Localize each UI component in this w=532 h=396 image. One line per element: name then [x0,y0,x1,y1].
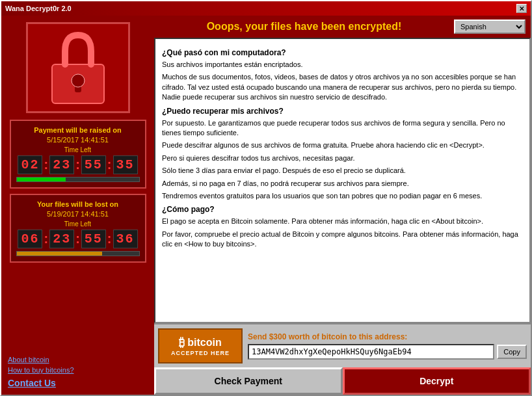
bitcoin-address-section: Send $300 worth of bitcoin to this addre… [248,332,527,360]
window-title: Wana Decrypt0r 2.0 [5,5,72,12]
section2-p3: Pero si quieres descifrar todos tus arch… [162,153,523,163]
about-bitcoin-link[interactable]: About bitcoin [8,356,148,363]
timer2-bar-container [16,251,140,256]
timer2-display: 06 : 23 : 55 : 36 [16,230,140,248]
timer1-date: 5/15/2017 14:41:51 [16,136,140,144]
bitcoin-accepted-text: ACCEPTED HERE [171,350,230,356]
section2-p6: Tendremos eventos gratuitos para los usu… [162,191,523,201]
section2-title: ¿Puedo recuperar mis archivos? [162,107,523,116]
title-bar: Wana Decrypt0r 2.0 ✕ [1,1,531,16]
lock-icon-container [26,22,130,113]
how-to-buy-link[interactable]: How to buy bitcoins? [8,366,148,374]
bitcoin-symbol-icon: ₿ [179,336,185,350]
lock-icon [46,29,111,107]
main-window: Wana Decrypt0r 2.0 ✕ [0,0,532,396]
timer2-bar-fill [17,252,103,256]
timer2-bar [16,251,140,256]
section1-p1: Sus archivos importantes están encriptad… [162,60,523,70]
timer2-box: Your files will be lost on 5/19/2017 14:… [10,194,146,263]
section1-p2: Muchos de sus documentos, fotos, videos,… [162,72,523,102]
contact-us-link[interactable]: Contact Us [8,378,148,388]
timer1-label: Payment will be raised on [16,126,140,134]
timer1-segment: 35 [113,155,138,174]
language-dropdown[interactable]: Spanish English French German Chinese [454,20,525,34]
copy-button[interactable]: Copy [497,345,527,359]
bitcoin-address-input[interactable] [248,344,494,360]
close-button[interactable]: ✕ [516,4,527,13]
timer1-bar [16,177,140,182]
section3-p1: El pago se acepta en Bitcoin solamente. … [162,217,523,226]
section2-p5: Además, si no paga en 7 días, no podrá r… [162,179,523,189]
timer1-bar-container [16,177,140,182]
check-payment-button[interactable]: Check Payment [154,367,343,395]
section2-p4: Sólo tiene 3 días para enviar el pago. D… [162,166,523,176]
bitcoin-section: ₿ bitcoin ACCEPTED HERE Send $300 worth … [154,323,531,367]
timer1-time-label: Time Left [16,146,140,153]
bitcoin-logo: ₿ bitcoin ACCEPTED HERE [158,328,243,363]
decrypt-button[interactable]: Decrypt [343,367,531,395]
left-panel: Payment will be raised on 5/15/2017 14:4… [1,16,154,395]
right-panel: Ooops, your files have been encrypted! S… [154,16,531,395]
timer1-bar-fill [17,178,66,181]
timer2-time-label: Time Left [16,220,140,228]
timer2-date: 5/19/2017 14:41:51 [16,210,140,218]
section2-p1: Por supuesto. Le garantizamos que puede … [162,118,523,139]
section3-title: ¿Cómo pago? [162,205,523,214]
timer1-segment: 23 [49,155,74,174]
timer1-display: 02 : 23 : 55 : 35 [16,155,140,174]
bottom-buttons: Check Payment Decrypt [154,367,531,395]
timer2-label: Your files will be lost on [16,200,140,208]
main-content: Payment will be raised on 5/15/2017 14:4… [1,16,531,395]
bitcoin-address-row: Copy [248,344,527,360]
timer2-segment: 36 [113,230,138,248]
section3-p2: Por favor, compruebe el precio actual de… [162,230,523,250]
bitcoin-logo-text: ₿ bitcoin [179,336,221,350]
timer1-segment: 02 [18,155,42,174]
timer1-segment: 55 [81,155,106,174]
section1-title: ¿Qué pasó con mi computadora? [162,48,523,57]
language-selector: Spanish English French German Chinese [454,20,525,34]
text-content-area[interactable]: ¿Qué pasó con mi computadora? Sus archiv… [154,38,531,323]
bitcoin-name: bitcoin [187,337,221,349]
timer2-segment: 55 [81,230,106,248]
timer2-segment: 23 [49,230,74,248]
timer1-box: Payment will be raised on 5/15/2017 14:4… [10,120,146,189]
header-wrapper: Ooops, your files have been encrypted! S… [154,16,531,38]
section2-p2: Puede descifrar algunos de sus archivos … [162,140,523,150]
links-area: About bitcoin How to buy bitcoins? Conta… [8,350,148,388]
header-title: Ooops, your files have been encrypted! [154,16,454,38]
timer2-segment: 06 [18,230,42,248]
bitcoin-send-label: Send $300 worth of bitcoin to this addre… [248,332,527,341]
